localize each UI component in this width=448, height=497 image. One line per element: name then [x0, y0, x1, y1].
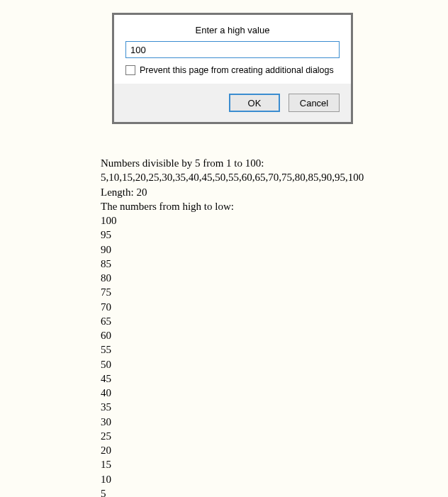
output-number-line: 85: [101, 257, 364, 271]
dialog-title: Enter a high value: [125, 25, 340, 35]
output-line: 5,10,15,20,25,30,35,40,45,50,55,60,65,70…: [101, 170, 364, 184]
output-line: The numbers from high to low:: [101, 199, 364, 213]
high-value-input[interactable]: [125, 41, 340, 58]
output-number-line: 35: [101, 400, 364, 414]
output-number-line: 30: [101, 415, 364, 429]
output-number-line: 50: [101, 357, 364, 372]
output-number-line: 40: [101, 386, 364, 400]
output-numbers-list: 1009590858075706560555045403530252015105: [101, 213, 364, 497]
output-number-line: 20: [101, 443, 364, 457]
output-number-line: 5: [101, 486, 364, 497]
output-number-line: 10: [101, 472, 364, 486]
output-number-line: 100: [101, 213, 364, 228]
prevent-dialogs-label: Prevent this page from creating addition…: [140, 65, 334, 75]
output-number-line: 60: [101, 328, 364, 342]
prevent-dialogs-row[interactable]: Prevent this page from creating addition…: [125, 65, 340, 75]
output-number-line: 65: [101, 314, 364, 328]
output-number-line: 95: [101, 228, 364, 242]
dialog-content-area: Enter a high value Prevent this page fro…: [114, 15, 351, 84]
output-line: Numbers divisible by 5 from 1 to 100:: [101, 156, 364, 170]
cancel-button[interactable]: Cancel: [289, 94, 340, 112]
output-number-line: 45: [101, 372, 364, 386]
output-number-line: 25: [101, 429, 364, 443]
console-output: Numbers divisible by 5 from 1 to 100: 5,…: [101, 156, 364, 497]
output-number-line: 75: [101, 285, 364, 299]
dialog-button-bar: OK Cancel: [114, 84, 351, 122]
output-number-line: 70: [101, 300, 364, 314]
ok-button[interactable]: OK: [229, 94, 280, 112]
output-number-line: 80: [101, 271, 364, 285]
output-line: Length: 20: [101, 185, 364, 199]
output-number-line: 15: [101, 457, 364, 471]
prompt-dialog: Enter a high value Prevent this page fro…: [112, 13, 353, 124]
output-number-line: 55: [101, 342, 364, 357]
prevent-dialogs-checkbox[interactable]: [125, 65, 135, 75]
output-number-line: 90: [101, 242, 364, 257]
